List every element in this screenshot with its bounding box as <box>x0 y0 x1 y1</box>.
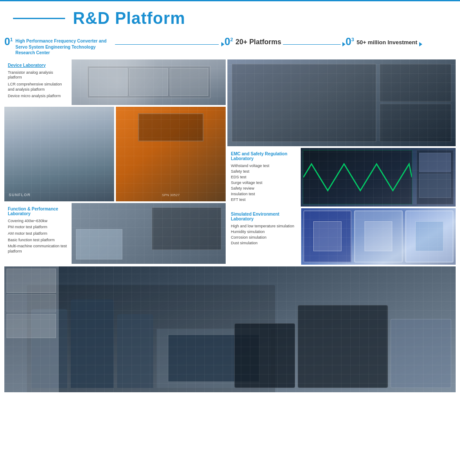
bottom-panoramic-image <box>4 266 456 392</box>
function-lab-section: Function & Performance Laboratory Coveri… <box>4 203 226 264</box>
main-content-grid: Device Laboratory Transistor analog anal… <box>0 59 460 265</box>
device-lab-title: Device Laboratory <box>8 63 68 68</box>
section-02-number: 02 <box>224 36 233 47</box>
function-lab-item-2: PM motor test platform <box>8 225 68 230</box>
sim-lab-section: Simulated Environment Laboratory High an… <box>227 208 456 265</box>
device-lab-item-3: Device micro analysis platform <box>8 94 68 99</box>
sim-lab-image <box>301 208 456 265</box>
emc-lab-title: EMC and Safety Regulation Laboratory <box>231 151 296 161</box>
function-lab-item-4: Basic function test platform <box>8 238 68 243</box>
emc-lab-item-6: Insulation test <box>231 192 296 196</box>
section-label-03: 03 50+ million Investment <box>345 36 456 47</box>
function-lab-item-1: Covering 400w~630kw <box>8 219 68 224</box>
factory-images-row: SUNFLOR SPN 30527 <box>4 107 226 201</box>
emc-lab-item-4: Surge voltage test <box>231 181 296 185</box>
section-01-number: 01 <box>4 36 13 47</box>
sim-lab-item-4: Dust simulation <box>231 241 298 245</box>
emc-lab-image <box>301 148 456 207</box>
device-lab-item-2: LCR comprehensive simulation and analysi… <box>8 82 68 92</box>
function-lab-text: Function & Performance Laboratory Coveri… <box>4 203 72 264</box>
page-title: R&D Platform <box>73 9 185 28</box>
device-lab-section: Device Laboratory Transistor analog anal… <box>4 59 226 105</box>
orange-machine-image: SPN 30527 <box>116 107 226 201</box>
section-02-label: 20+ Platforms <box>236 36 281 46</box>
sim-lab-item-3: Corrosion simulation <box>231 235 298 240</box>
device-lab-item-1: Transistor analog analysis platform <box>8 70 68 80</box>
device-lab-image <box>72 59 226 105</box>
factory-image-1: SUNFLOR <box>4 107 114 201</box>
right-column: EMC and Safety Regulation Laboratory Wit… <box>226 59 456 265</box>
section-03-label: 50+ million Investment <box>357 36 417 46</box>
emc-lab-item-3: EDS test <box>231 175 296 179</box>
emc-lab-text: EMC and Safety Regulation Laboratory Wit… <box>227 148 299 207</box>
servo-test-image <box>227 59 456 146</box>
emc-lab-item-5: Safety review <box>231 186 296 190</box>
emc-lab-item-7: EFT test <box>231 197 296 202</box>
sim-lab-text: Simulated Environment Laboratory High an… <box>227 208 301 265</box>
function-lab-item-3: AM motor test platform <box>8 231 68 236</box>
emc-lab-section: EMC and Safety Regulation Laboratory Wit… <box>227 148 456 207</box>
left-column: Device Laboratory Transistor analog anal… <box>4 59 226 265</box>
section-01-label: High Performance Frequency Converter and… <box>15 36 111 56</box>
header-accent-line <box>13 18 65 19</box>
page-header: R&D Platform <box>0 0 460 32</box>
emc-lab-item-1: Withstand voltage test <box>231 164 296 168</box>
section-label-01: 01 High Performance Frequency Converter … <box>4 36 224 56</box>
sim-lab-item-1: High and low temperature simulation <box>231 224 298 228</box>
sim-lab-title: Simulated Environment Laboratory <box>231 212 298 221</box>
device-lab-text: Device Laboratory Transistor analog anal… <box>4 59 72 105</box>
function-lab-title: Function & Performance Laboratory <box>8 207 68 216</box>
section-03-number: 03 <box>345 36 354 47</box>
emc-lab-item-2: Safety test <box>231 169 296 174</box>
function-lab-image <box>72 203 226 264</box>
section-labels-row: 01 High Performance Frequency Converter … <box>0 32 460 59</box>
sim-lab-item-2: Humidity simulation <box>231 230 298 234</box>
function-lab-item-5: Multi-machine communication test platfor… <box>8 244 68 254</box>
section-label-02: 02 20+ Platforms <box>224 36 345 47</box>
